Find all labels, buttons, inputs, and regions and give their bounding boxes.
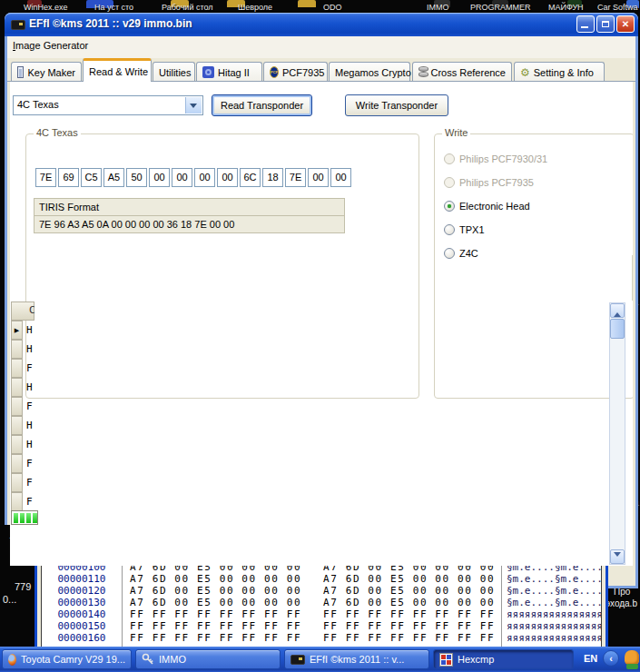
transponder-byte-cell[interactable]: 00: [330, 168, 351, 187]
tab-key-maker[interactable]: Key Maker: [11, 62, 82, 82]
hex-row[interactable]: 00000120A7 6D 00 E5 00 00 00 00A7 6D 00 …: [42, 585, 601, 597]
transponder-byte-cell[interactable]: C5: [81, 168, 102, 187]
tab-megamos-crypto[interactable]: Megamos Crypto: [329, 62, 410, 82]
grid-row[interactable]: F: [11, 397, 34, 416]
radio-option-tpx1[interactable]: TPX1: [444, 222, 485, 237]
maximize-button[interactable]: [596, 15, 615, 33]
browser-icon: [8, 654, 16, 666]
radio-icon[interactable]: [444, 248, 455, 259]
grid-row[interactable]: F: [11, 473, 34, 492]
effi-client-area: Key Maker Read & Write Utilities Hitag I…: [7, 58, 635, 586]
desktop-icon-label[interactable]: На уст сто: [94, 3, 133, 12]
console-text: 0...: [3, 594, 16, 605]
desktop-icon-label[interactable]: Шевроле: [238, 3, 272, 12]
4c-texas-group: 4C Texas 7E69C5A550000000006C187E0000 TI…: [25, 133, 419, 399]
radio-option-philips-pcf7935: Philips PCF7935: [444, 175, 534, 190]
grid-row[interactable]: H: [11, 378, 34, 397]
tab-utilities[interactable]: Utilities: [153, 62, 195, 82]
effi-titlebar[interactable]: EFfI ©kms 2011 :: v29 immo.bin ✕: [5, 13, 638, 36]
transponder-byte-cell[interactable]: 00: [217, 168, 238, 187]
language-indicator[interactable]: EN: [584, 653, 597, 664]
tab-read-and-write[interactable]: Read & Write: [83, 58, 152, 82]
tab-setting-and-info[interactable]: ⚙ Setting & Info: [514, 62, 605, 82]
desktop-icon-label[interactable]: IMMO: [427, 3, 449, 12]
hexcmp-icon: [439, 653, 453, 667]
radio-icon[interactable]: [444, 224, 455, 235]
close-button[interactable]: ✕: [616, 15, 635, 33]
grid-row[interactable]: F: [11, 454, 34, 473]
read-transponder-button[interactable]: Read Transponder: [212, 94, 312, 116]
console-text: 779: [15, 581, 31, 592]
hex-row[interactable]: 00000150FF FF FF FF FF FF FF FFFF FF FF …: [42, 620, 601, 632]
transponder-byte-cell[interactable]: 50: [126, 168, 147, 187]
minimize-button[interactable]: [576, 15, 595, 33]
menu-image-generator[interactable]: Image Generator: [13, 40, 88, 51]
chevron-down-icon[interactable]: [185, 97, 202, 114]
transponder-byte-cell[interactable]: 00: [308, 168, 329, 187]
grid-row[interactable]: ▶H: [11, 321, 34, 340]
transponder-byte-cell[interactable]: 18: [262, 168, 283, 187]
transponder-byte-cell[interactable]: 69: [58, 168, 79, 187]
transponder-byte-cell[interactable]: 00: [172, 168, 192, 187]
hex-row[interactable]: 00000140FF FF FF FF FF FF FF FFFF FF FF …: [42, 608, 601, 620]
tab-label: PCF7935: [282, 67, 324, 78]
desktop-icon-label[interactable]: эхода.b: [606, 598, 637, 608]
hex-row[interactable]: 00000160FF FF FF FF FF FF FF FFFF FF FF …: [42, 632, 601, 644]
radio-option-philips-pcf7930-31: Philips PCF7930/31: [444, 152, 547, 166]
desktop-icon-label[interactable]: WinHex.exe: [24, 3, 68, 12]
desktop-icon-label[interactable]: Рабочий стол: [162, 3, 213, 12]
tab-cross-reference[interactable]: Cross Reference: [412, 62, 512, 82]
tiris-format-panel: TIRIS Format 7E 96 A3 A5 0A 00 00 00 00 …: [34, 198, 345, 233]
effi-menubar: Image Generator: [7, 36, 635, 58]
grid-row[interactable]: H: [11, 340, 34, 359]
grid-row[interactable]: H: [11, 416, 34, 435]
tab-label: Setting & Info: [534, 67, 594, 78]
desktop-icon-label[interactable]: Car Softwa: [597, 3, 638, 12]
radio-icon[interactable]: [444, 201, 455, 212]
transponder-type-select[interactable]: 4C Texas: [13, 95, 203, 115]
taskbar-item-immo[interactable]: IMMO: [135, 649, 281, 669]
transponder-byte-cell[interactable]: A5: [103, 168, 124, 187]
radio-label: TPX1: [459, 224, 485, 235]
pcf-icon: PCF: [270, 66, 279, 78]
tab-hitag-ii[interactable]: Hitag II: [196, 62, 262, 82]
transponder-byte-cell[interactable]: 7E: [35, 168, 56, 187]
side-data-grid[interactable]: C▶HHFHFHHFFF: [11, 301, 38, 511]
taskbar-item-hexcmp[interactable]: Hexcmp: [433, 649, 574, 669]
transponder-byte-cell[interactable]: 00: [149, 168, 170, 187]
grid-row[interactable]: F: [11, 492, 34, 511]
gear-icon: ⚙: [520, 67, 530, 78]
scroll-down-icon[interactable]: [610, 549, 625, 564]
desktop-icon-label[interactable]: PROGRAMMER: [470, 3, 531, 12]
grid-row[interactable]: F: [11, 359, 34, 378]
effi-vertical-scrollbar[interactable]: [609, 302, 625, 565]
hand-tool-icon[interactable]: [623, 648, 640, 670]
transponder-byte-cell[interactable]: 00: [194, 168, 215, 187]
radio-label: Philips PCF7935: [459, 177, 534, 188]
ascii-column: §m.е....§m.е....: [507, 573, 601, 585]
tab-label: Hitag II: [218, 67, 250, 78]
chip-icon: [202, 66, 214, 78]
desktop-icon-label[interactable]: МАЙФУН: [548, 3, 584, 12]
tab-pcf7935[interactable]: PCF PCF7935: [263, 62, 328, 82]
desktop-icon-label[interactable]: ODO: [323, 3, 342, 12]
tray-collapse-icon[interactable]: ‹: [603, 650, 619, 667]
folder-icon[interactable]: [298, 0, 316, 7]
scrollbar-thumb[interactable]: [610, 319, 625, 339]
taskbar-item-toyota-camry[interactable]: Toyota Camry V29 19...: [2, 649, 132, 669]
transponder-byte-cell[interactable]: 7E: [285, 168, 306, 187]
scroll-up-icon[interactable]: [610, 303, 625, 318]
grid-row[interactable]: H: [11, 435, 34, 454]
task-label: EFfI ©kms 2011 :: v...: [310, 654, 404, 665]
hex-row[interactable]: 00000110A7 6D 00 E5 00 00 00 00A7 6D 00 …: [42, 573, 601, 585]
effi-app-icon: [11, 20, 25, 30]
hex-row[interactable]: 00000130A7 6D 00 E5 00 00 00 00A7 6D 00 …: [42, 597, 601, 608]
taskbar-item-effi[interactable]: EFfI ©kms 2011 :: v...: [284, 649, 429, 669]
key-icon: [142, 653, 154, 666]
radio-option-z4c[interactable]: Z4C: [444, 246, 478, 261]
write-transponder-button[interactable]: Write Transponder: [345, 94, 448, 116]
radio-icon: [444, 177, 455, 188]
radio-option-electronic-head[interactable]: Electronic Head: [444, 199, 530, 213]
tiris-format-value: 7E 96 A3 A5 0A 00 00 00 00 36 18 7E 00 0…: [34, 216, 344, 232]
transponder-byte-cell[interactable]: 6C: [240, 168, 261, 187]
